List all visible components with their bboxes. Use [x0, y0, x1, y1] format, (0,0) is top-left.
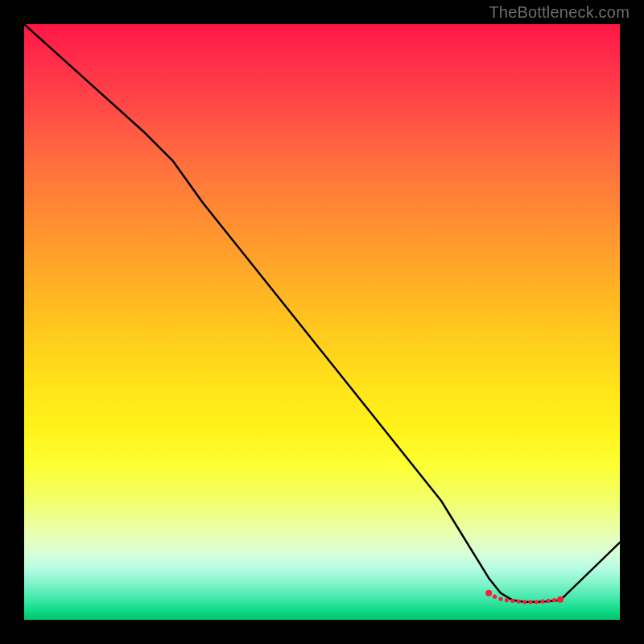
optimal-dot [510, 599, 514, 603]
optimal-dot [498, 597, 502, 601]
optimal-dot [493, 595, 497, 599]
optimal-dot [528, 600, 532, 604]
plot-area [24, 24, 620, 620]
bottleneck-curve [24, 24, 620, 602]
optimal-dot [535, 600, 539, 604]
optimal-dot [505, 598, 509, 602]
optimal-dot [540, 599, 544, 603]
optimal-dot [552, 598, 556, 602]
optimal-dot [522, 600, 526, 604]
chart-frame: TheBottleneck.com [0, 0, 644, 644]
optimal-dot [517, 599, 521, 603]
chart-svg [24, 24, 620, 620]
optimal-dot [485, 590, 492, 597]
attribution-label: TheBottleneck.com [489, 3, 630, 22]
optimal-dot [547, 599, 551, 603]
optimal-dot [557, 597, 564, 603]
